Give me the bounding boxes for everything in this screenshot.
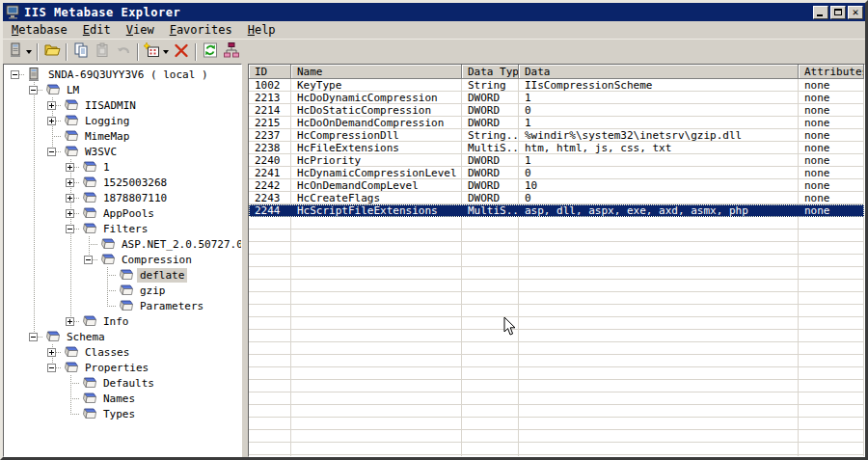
tree-item-mimemap[interactable]: MimeMap [7,128,241,144]
tree-item-asp-net-2-0-50727-0[interactable]: ASP.NET_2.0.50727.0 [7,236,241,252]
open-key-button[interactable] [41,41,63,63]
empty-cell [291,380,462,392]
new-key-button[interactable] [142,41,171,63]
tree-item-apppools[interactable]: AppPools [7,205,241,221]
tree-item-gzip[interactable]: gzip [7,283,241,298]
tree-expander-plus[interactable] [62,205,80,221]
tree-item-label[interactable]: Info [100,314,132,329]
tree-item-label[interactable]: Schema [64,330,108,344]
tree-expander-minus[interactable] [43,360,62,375]
tree-item-deflate[interactable]: deflate [7,267,241,283]
tree-item-w3svc[interactable]: W3SVC [7,144,241,159]
tree-expander-plus[interactable] [62,159,80,175]
view-hierarchy-button[interactable] [221,41,242,63]
tree-item-classes[interactable]: Classes [7,344,241,360]
column-header-data[interactable]: Data [519,65,799,79]
tree-item-logging[interactable]: Logging [7,113,241,128]
tree-indent-guide [43,283,62,298]
tree-expander-plus[interactable] [62,313,80,329]
tree-item-schema[interactable]: Schema [7,329,241,344]
close-button[interactable]: ✕ [848,6,863,19]
tree-indent-guide [25,221,43,236]
tree-item-names[interactable]: Names [7,391,241,406]
title-bar[interactable]: IIS Metabase Explorer ✕ [3,3,865,21]
table-row-2214[interactable]: 2214HcDoStaticCompressionDWORD0none [249,104,864,117]
tree-item-defaults[interactable]: Defaults [7,375,241,391]
tree-item-filters[interactable]: Filters [7,221,241,236]
menu-metabase[interactable]: Metabase [4,22,75,38]
tree-item-label[interactable]: IISADMIN [82,98,139,113]
tree-expander-minus[interactable] [7,67,25,82]
maximize-button[interactable] [830,6,846,19]
tree-item-1878807110[interactable]: 1878807110 [7,190,241,205]
tree-item-label[interactable]: Properties [82,361,151,375]
tree-expander-plus[interactable] [43,97,62,113]
copy-button[interactable] [70,41,92,63]
tree-item-label[interactable]: Compression [119,253,195,267]
tree-item-compression[interactable]: Compression [7,252,241,267]
tree-item-lm[interactable]: LM [7,82,241,97]
menu-favorites[interactable]: Favorites [162,22,240,38]
tree-item-label[interactable]: deflate [137,268,187,283]
table-row-2237[interactable]: 2237HcCompressionDllString...%windir%\sy… [249,129,864,142]
tree-expander-plus[interactable] [62,190,80,205]
refresh-button[interactable] [200,41,221,63]
tree-item-properties[interactable]: Properties [7,360,241,375]
tree-item-label[interactable]: 1 [100,160,113,175]
table-row-2244[interactable]: 2244HcScriptFileExtensionsMultiS...asp, … [249,204,864,217]
tree-item-label[interactable]: Parameters [137,299,206,313]
tree-item-iisadmin[interactable]: IISADMIN [7,97,241,113]
tree-item-label[interactable]: MimeMap [82,129,132,144]
table-row-2215[interactable]: 2215HcDoOnDemandCompressionDWORD1none [249,117,864,129]
metabase-tree[interactable]: SNDA-69Q3UYY3V6 ( local )LMIISADMINLoggi… [3,64,242,457]
menu-edit[interactable]: Edit [75,22,119,38]
table-row-2241[interactable]: 2241HcDynamicCompressionLevelDWORD0none [249,167,864,179]
tree-item-label[interactable]: SNDA-69Q3UYY3V6 ( local ) [45,68,211,82]
table-row-2243[interactable]: 2243HcCreateFlagsDWORD0none [249,192,864,204]
tree-item-1525003268[interactable]: 1525003268 [7,175,241,190]
dropdown-arrow-icon[interactable] [26,50,32,57]
tree-expander-minus[interactable] [43,144,62,159]
column-header-name[interactable]: Name [291,65,462,79]
tree-item-snda-69q3uyy3v6-local-[interactable]: SNDA-69Q3UYY3V6 ( local ) [7,67,241,82]
table-row-2242[interactable]: 2242HcOnDemandCompLevelDWORD10none [249,179,864,192]
tree-expander-plus[interactable] [62,175,80,190]
tree-item-label[interactable]: Types [100,407,138,421]
menu-view[interactable]: View [119,22,162,38]
tree-expander-minus[interactable] [80,252,98,267]
table-row-2238[interactable]: 2238HcFileExtensionsMultiS...htm, html, … [249,142,864,154]
tree-item-label[interactable]: AppPools [100,206,157,221]
tree-item-types[interactable]: Types [7,406,241,421]
tree-expander-minus[interactable] [25,329,43,344]
tree-item-label[interactable]: LM [64,83,82,97]
tree-item-label[interactable]: Filters [100,222,150,236]
table-row-2213[interactable]: 2213HcDoDynamicCompressionDWORD1none [249,92,864,104]
key-icon [63,345,79,359]
column-header-attributes[interactable]: Attributes [799,65,864,79]
tree-expander-plus[interactable] [43,113,62,128]
menu-help[interactable]: Help [240,22,284,38]
column-header-data-type[interactable]: Data Type [462,65,519,79]
tree-item-label[interactable]: Names [100,392,138,406]
tree-item-label[interactable]: 1525003268 [100,176,170,190]
table-row-1002[interactable]: 1002KeyTypeStringIIsCompressionSchemenon… [249,79,864,92]
tree-item-label[interactable]: Classes [82,345,132,360]
tree-expander-plus[interactable] [43,344,62,360]
tree-item-label[interactable]: 1878807110 [100,191,170,205]
tree-item-label[interactable]: Defaults [100,376,157,391]
tree-item-label[interactable]: gzip [137,284,169,298]
tree-item-parameters[interactable]: Parameters [7,298,241,313]
tree-item-label[interactable]: ASP.NET_2.0.50727.0 [119,237,242,252]
tree-item-1[interactable]: 1 [7,159,241,175]
delete-button[interactable] [171,41,192,63]
minimize-button[interactable] [813,6,828,19]
column-header-id[interactable]: ID [249,65,291,79]
table-row-2240[interactable]: 2240HcPriorityDWORD1none [249,154,864,167]
tree-item-label[interactable]: W3SVC [82,145,120,159]
tree-item-info[interactable]: Info [7,313,241,329]
dropdown-arrow-icon[interactable] [163,50,169,57]
tree-expander-minus[interactable] [25,82,43,97]
connect-button[interactable] [6,41,34,63]
tree-item-label[interactable]: Logging [82,114,132,128]
tree-expander-minus[interactable] [62,221,80,236]
